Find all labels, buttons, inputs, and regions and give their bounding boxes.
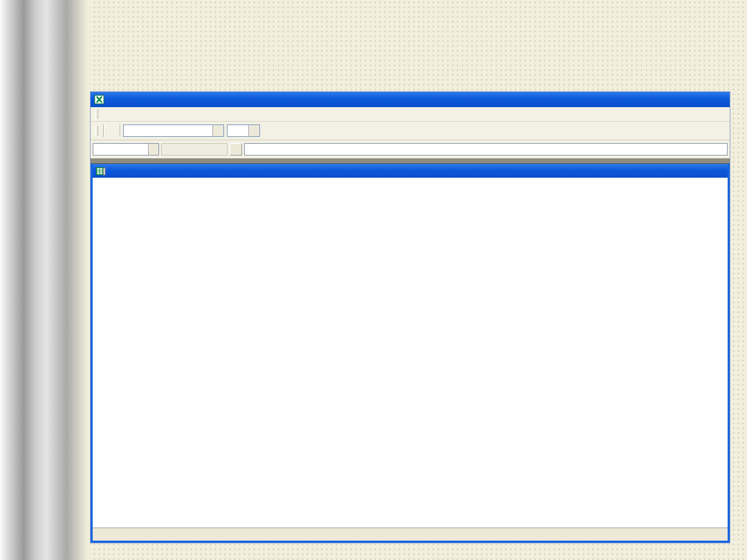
edit-formula-button[interactable] <box>230 143 242 156</box>
decorative-stripe <box>0 0 90 560</box>
formula-input[interactable] <box>244 143 728 156</box>
toolbar-separator <box>120 124 121 137</box>
toolbar-grip[interactable] <box>95 126 98 136</box>
workbook-icon <box>95 166 106 176</box>
menu-bar <box>91 107 730 122</box>
excel-window <box>90 91 730 543</box>
font-size-combo[interactable] <box>227 124 260 137</box>
font-name-combo[interactable] <box>123 124 224 137</box>
font-name-dropdown-icon[interactable] <box>212 125 223 136</box>
standard-toolbar <box>91 122 730 140</box>
formula-bar-spacer <box>161 143 228 156</box>
menubar-grip[interactable] <box>95 109 98 119</box>
name-box[interactable] <box>93 143 159 156</box>
excel-app-icon <box>94 95 104 104</box>
workbook-window <box>91 163 730 543</box>
font-size-dropdown-icon[interactable] <box>248 125 259 136</box>
title-bar[interactable] <box>91 92 730 107</box>
spreadsheet-grid <box>93 178 728 528</box>
formula-bar <box>91 140 730 158</box>
workbook-title-bar[interactable] <box>93 164 728 178</box>
sheet-tab-bar <box>93 528 728 541</box>
app-workspace <box>91 158 730 543</box>
slide-left-band <box>0 0 90 560</box>
toolbar-separator <box>103 124 104 137</box>
name-box-dropdown-icon[interactable] <box>148 144 158 155</box>
